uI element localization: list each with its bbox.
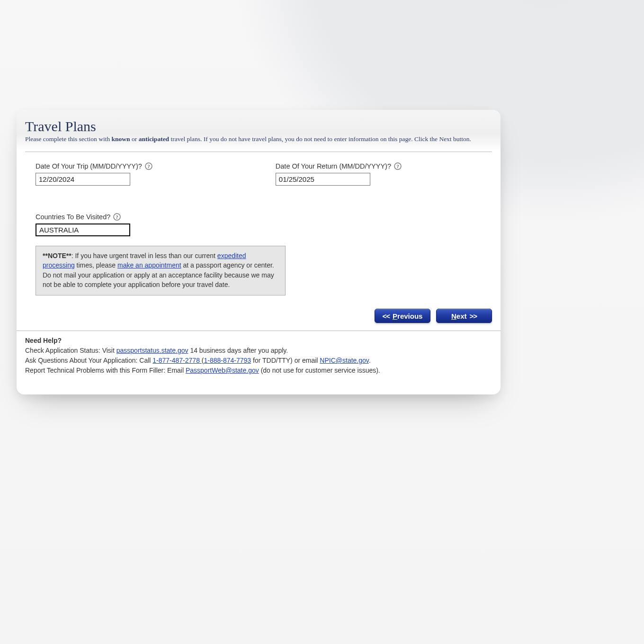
note-part1: : If you have urgent travel in less than…: [72, 252, 217, 259]
countries-label: Countries To Be Visited?: [36, 213, 110, 221]
tech-pre: Report Technical Problems with this Form…: [25, 367, 186, 374]
date-row: Date Of Your Trip (MM/DD/YYYY)? ? Date O…: [36, 162, 482, 186]
ask-mid: for TDD/TTY) or email: [251, 357, 320, 364]
make-appointment-link[interactable]: make an appointment: [117, 261, 181, 269]
tech-post: (do not use for customer service issues)…: [259, 367, 380, 374]
nav-button-row: << Previous Next >>: [17, 300, 501, 323]
help-icon[interactable]: ?: [145, 162, 152, 170]
subtitle-mid: or: [130, 135, 139, 143]
trip-date-field: Date Of Your Trip (MM/DD/YYYY)? ?: [36, 162, 152, 186]
return-date-label-row: Date Of Your Return (MM/DD/YYYY)? ?: [276, 162, 402, 170]
form-area: Date Of Your Trip (MM/DD/YYYY)? ? Date O…: [17, 152, 501, 300]
return-date-label: Date Of Your Return (MM/DD/YYYY)?: [276, 162, 391, 170]
phone-primary-link[interactable]: 1-877-487-2778: [152, 357, 202, 364]
svg-text:?: ?: [396, 163, 399, 169]
note-part2: times, please: [75, 261, 117, 269]
subtitle-anticipated: anticipated: [139, 135, 170, 143]
passport-status-link[interactable]: passportstatus.state.gov: [116, 347, 188, 354]
npic-email-link[interactable]: NPIC@state.gov: [320, 357, 368, 364]
countries-label-row: Countries To Be Visited? ?: [36, 213, 482, 221]
page-title: Travel Plans: [25, 118, 492, 134]
need-help-heading: Need Help?: [25, 337, 62, 344]
subtitle-text: Please complete this section with: [25, 135, 112, 143]
trip-date-input[interactable]: [36, 173, 130, 186]
ask-post: .: [369, 357, 371, 364]
page-subtitle: Please complete this section with known …: [25, 135, 492, 143]
ask-pre: Ask Questions About Your Application: Ca…: [25, 357, 152, 364]
passportweb-email-link[interactable]: PassportWeb@state.gov: [186, 367, 259, 374]
panel-header: Travel Plans Please complete this sectio…: [17, 110, 501, 150]
note-box: **NOTE**: If you have urgent travel in l…: [36, 246, 286, 295]
svg-text:?: ?: [147, 163, 150, 169]
subtitle-known: known: [112, 135, 130, 143]
chevron-left-icon: <<: [383, 312, 390, 320]
help-icon[interactable]: ?: [113, 213, 121, 221]
phone-tdd-link[interactable]: 1-888-874-7793: [204, 357, 251, 364]
return-date-input[interactable]: [276, 173, 370, 186]
previous-label: Previous: [393, 312, 422, 320]
subtitle-post: travel plans. If you do not have travel …: [169, 135, 471, 143]
trip-date-label: Date Of Your Trip (MM/DD/YYYY)?: [36, 162, 142, 170]
chevron-right-icon: >>: [470, 312, 477, 320]
next-label: Next: [451, 312, 467, 320]
note-bold: **NOTE**: [43, 252, 72, 259]
help-icon[interactable]: ?: [394, 162, 402, 170]
next-button[interactable]: Next >>: [436, 309, 492, 323]
return-date-field: Date Of Your Return (MM/DD/YYYY)? ?: [276, 162, 402, 186]
countries-input[interactable]: [36, 224, 130, 236]
svg-text:?: ?: [116, 214, 119, 220]
previous-button[interactable]: << Previous: [375, 309, 430, 323]
status-post: 14 business days after you apply.: [188, 347, 288, 354]
travel-plans-panel: Travel Plans Please complete this sectio…: [17, 110, 501, 394]
status-pre: Check Application Status: Visit: [25, 347, 116, 354]
trip-date-label-row: Date Of Your Trip (MM/DD/YYYY)? ?: [36, 162, 152, 170]
need-help-section: Need Help? Check Application Status: Vis…: [17, 331, 501, 376]
countries-field: Countries To Be Visited? ?: [36, 213, 482, 236]
